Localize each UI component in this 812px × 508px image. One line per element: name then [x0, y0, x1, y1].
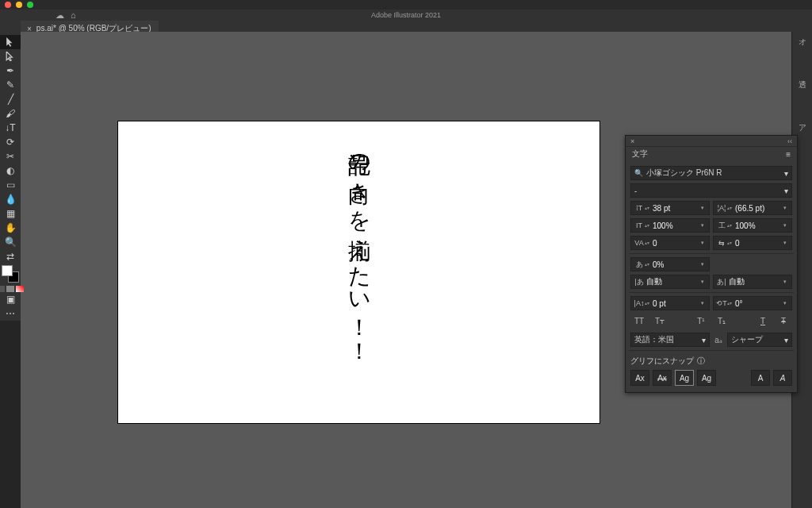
panel-collapse-icon[interactable]: ‹‹ — [787, 137, 792, 145]
toggle-fill-stroke[interactable]: ⇄ — [0, 249, 21, 264]
font-style-select[interactable]: - ▾ — [630, 183, 792, 198]
rectangle-tool[interactable]: ▭ — [0, 178, 21, 192]
type-tool[interactable]: ↓T — [0, 121, 21, 135]
font-style-value: - — [634, 187, 637, 195]
brush-tool[interactable]: 🖌 — [0, 106, 21, 121]
canvas-area[interactable]: 記号の向きを揃えたい！！ × ‹‹ 文字 ≡ 🔍 小塚ゴシック Pr6N R — [21, 32, 791, 508]
strike-button[interactable]: Ŧ — [775, 314, 792, 328]
gradient-tool[interactable]: ▦ — [0, 206, 21, 221]
chevron-down-icon: ▾ — [784, 187, 788, 195]
rotation-value: 0° — [733, 299, 781, 308]
direct-selection-tool[interactable] — [0, 49, 21, 64]
char-rotation-field[interactable]: ⟲T▴▾0°▾ — [713, 296, 792, 310]
tsume-icon: あ — [634, 260, 645, 270]
info-icon[interactable]: ⓘ — [697, 356, 705, 367]
zoom-tool[interactable]: 🔍 — [0, 235, 21, 249]
font-family-select[interactable]: 🔍 小塚ゴシック Pr6N R ▾ — [630, 166, 792, 180]
right-tab-2[interactable]: 透 — [799, 79, 806, 90]
h-scale-field[interactable]: IT▴▾100%▾ — [630, 218, 710, 233]
rotate-tool[interactable]: ⟳ — [0, 135, 21, 149]
tracking-value: 0 — [733, 239, 781, 248]
small-caps-button[interactable]: Tᴛ — [651, 314, 668, 328]
workspace: 記号の向きを揃えたい！！ × ‹‹ 文字 ≡ 🔍 小塚ゴシック Pr6N R — [0, 32, 812, 508]
close-dot[interactable] — [5, 2, 11, 8]
font-size-value: 38 pt — [651, 204, 699, 213]
hscale-icon: IT — [634, 221, 645, 229]
all-caps-button[interactable]: TT — [630, 314, 648, 328]
baseline-icon: |A↕ — [634, 299, 645, 307]
leading-value: (66.5 pt) — [733, 204, 781, 213]
pen-tool[interactable]: ✒ — [0, 64, 21, 78]
v-scale-value: 100% — [733, 221, 781, 230]
superscript-button[interactable]: T¹ — [692, 314, 710, 328]
font-family-value: 小塚ゴシック Pr6N R — [646, 167, 722, 179]
antialias-select[interactable]: シャープ▾ — [727, 333, 792, 347]
caps-buttons: TT Tᴛ T¹ T₁ T Ŧ — [630, 314, 792, 328]
cloud-icon[interactable]: ☁ — [56, 10, 64, 21]
leading-icon: ¦A¦ — [716, 204, 727, 212]
tracking-icon: ⇆ — [716, 239, 727, 247]
glyph-btn-5[interactable]: A — [751, 370, 770, 386]
tools-panel: ✒ ✎ ╱ 🖌 ↓T ⟳ ✂ ◐ ▭ 💧 ▦ ✋ 🔍 ⇄ ▣ ⋯ — [0, 32, 21, 321]
color-mode-row[interactable] — [0, 286, 24, 292]
antialias-icon: aₐ — [713, 336, 724, 344]
home-icon[interactable]: ⌂ — [71, 10, 76, 21]
shape-builder-tool[interactable]: ◐ — [0, 164, 21, 178]
h-scale-value: 100% — [651, 221, 699, 230]
panel-close-icon[interactable]: × — [630, 137, 634, 145]
screen-mode[interactable]: ▣ — [0, 292, 21, 306]
vscale-icon: 工 — [716, 221, 727, 231]
hand-tool[interactable]: ✋ — [0, 221, 21, 235]
vertical-text[interactable]: 記号の向きを揃えたい！！ — [347, 136, 371, 352]
leading-field[interactable]: ¦A¦▴▾(66.5 pt)▾ — [713, 201, 792, 215]
font-size-icon: ⁞T — [634, 204, 645, 212]
selection-tool[interactable] — [0, 35, 21, 49]
kerning-value: 0 — [651, 239, 699, 248]
artboard[interactable]: 記号の向きを揃えたい！！ — [118, 121, 599, 423]
min-dot[interactable] — [16, 2, 22, 8]
subscript-button[interactable]: T₁ — [713, 314, 730, 328]
eyedropper-tool[interactable]: 💧 — [0, 192, 21, 206]
search-icon: 🔍 — [634, 169, 643, 177]
kerning-field[interactable]: VA▴▾0▾ — [630, 236, 710, 250]
panel-title[interactable]: 文字 — [632, 148, 648, 160]
character-panel: × ‹‹ 文字 ≡ 🔍 小塚ゴシック Pr6N R ▾ — [625, 135, 798, 393]
aki-left-value: 自動 — [645, 276, 699, 287]
tsume-field[interactable]: あ▴▾0%▾ — [630, 257, 710, 271]
app-title-bar: ☁ ⌂ Adobe Illustrator 2021 — [0, 10, 812, 21]
right-tab-1[interactable]: オ — [799, 37, 806, 48]
aki-left-icon: |あ — [634, 277, 645, 287]
aki-right-icon: あ| — [716, 277, 727, 287]
font-size-field[interactable]: ⁞T▴▾38 pt▾ — [630, 201, 710, 215]
glyph-snap-buttons: Ax Ax Ag Ag A A — [630, 370, 792, 386]
tracking-field[interactable]: ⇆▴▾0▾ — [713, 236, 792, 250]
kerning-icon: VA — [634, 239, 645, 247]
line-tool[interactable]: ╱ — [0, 92, 21, 106]
underline-button[interactable]: T — [754, 314, 772, 328]
max-dot[interactable] — [27, 2, 33, 8]
language-select[interactable]: 英語：米国▾ — [630, 333, 710, 347]
curvature-tool[interactable]: ✎ — [0, 78, 21, 92]
tsume-value: 0% — [651, 260, 699, 269]
fill-swatch[interactable] — [2, 265, 13, 276]
glyph-btn-1[interactable]: Ax — [630, 370, 649, 386]
v-scale-field[interactable]: 工▴▾100%▾ — [713, 218, 792, 233]
panel-menu-icon[interactable]: ≡ — [786, 150, 791, 159]
glyph-btn-3[interactable]: Ag — [675, 370, 694, 386]
language-value: 英語：米国 — [634, 334, 674, 345]
aki-right-value: 自動 — [727, 276, 781, 287]
right-tab-3[interactable]: ア — [799, 122, 806, 133]
app-title: Adobe Illustrator 2021 — [371, 11, 441, 19]
aki-left-field[interactable]: |あ自動▾ — [630, 275, 710, 289]
mac-traffic-lights — [0, 0, 812, 10]
glyph-btn-4[interactable]: Ag — [697, 370, 716, 386]
glyph-btn-6[interactable]: A — [773, 370, 792, 386]
scissors-tool[interactable]: ✂ — [0, 149, 21, 164]
rotate-icon: ⟲T — [716, 299, 727, 307]
edit-toolbar[interactable]: ⋯ — [0, 306, 21, 321]
fill-stroke-swatch[interactable] — [2, 265, 19, 283]
glyph-btn-2[interactable]: Ax — [653, 370, 672, 386]
aki-right-field[interactable]: あ|自動▾ — [713, 275, 792, 289]
chevron-down-icon: ▾ — [784, 169, 788, 178]
baseline-shift-field[interactable]: |A↕▴▾0 pt▾ — [630, 296, 710, 310]
